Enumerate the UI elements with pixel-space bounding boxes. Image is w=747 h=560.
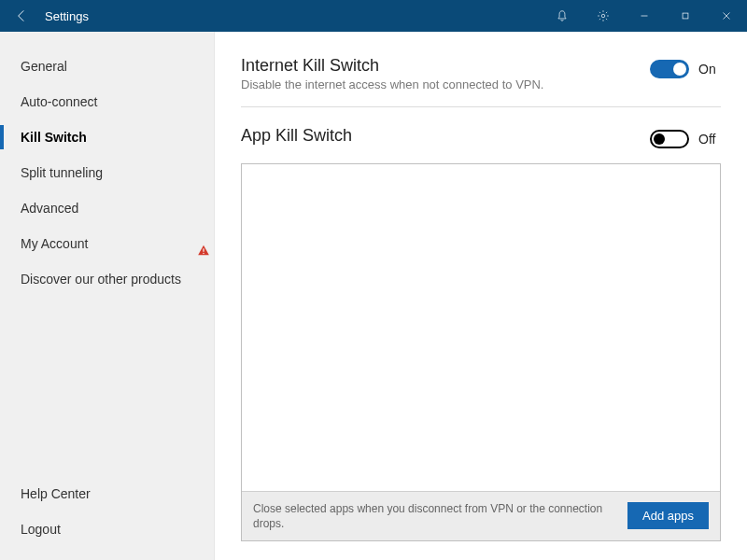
sidebar-item-help-center[interactable]: Help Center [0, 476, 214, 511]
window-title: Settings [45, 9, 89, 23]
sidebar-item-label: Discover our other products [21, 272, 181, 287]
app-list-panel: Close selected apps when you disconnect … [241, 163, 721, 541]
titlebar: Settings [0, 0, 747, 32]
svg-rect-2 [683, 13, 688, 19]
sidebar-item-label: My Account [21, 236, 88, 251]
sidebar-item-general[interactable]: General [0, 49, 214, 84]
sidebar-item-label: Kill Switch [21, 130, 87, 145]
maximize-button[interactable] [665, 0, 706, 32]
internet-kill-switch-row: Internet Kill Switch Disable the interne… [241, 56, 721, 91]
svg-rect-5 [203, 248, 204, 252]
internet-kill-switch-title: Internet Kill Switch [241, 56, 650, 76]
sidebar-item-discover-products[interactable]: Discover our other products [0, 261, 214, 297]
minimize-button[interactable] [624, 0, 665, 32]
add-apps-button[interactable]: Add apps [627, 502, 709, 529]
svg-point-0 [601, 14, 605, 18]
app-list-footer: Close selected apps when you disconnect … [242, 491, 720, 540]
sidebar-item-auto-connect[interactable]: Auto-connect [0, 84, 214, 119]
app-kill-switch-title: App Kill Switch [241, 126, 650, 146]
sidebar-item-split-tunneling[interactable]: Split tunneling [0, 155, 214, 190]
sidebar-item-my-account[interactable]: My Account [0, 226, 214, 261]
main-content: Internet Kill Switch Disable the interne… [215, 32, 747, 560]
close-button[interactable] [706, 0, 747, 32]
sidebar-item-advanced[interactable]: Advanced [0, 190, 214, 226]
notifications-button[interactable] [542, 0, 583, 32]
app-kill-switch-state: Off [698, 132, 721, 147]
sidebar-item-label: Split tunneling [21, 165, 103, 180]
sidebar-item-label: Logout [21, 522, 61, 537]
internet-kill-switch-toggle[interactable] [650, 60, 689, 78]
internet-kill-switch-state: On [698, 62, 721, 77]
internet-kill-switch-desc: Disable the internet access when not con… [241, 77, 650, 91]
sidebar-item-logout[interactable]: Logout [0, 511, 214, 547]
sidebar-item-label: Advanced [21, 201, 78, 216]
app-kill-switch-row: App Kill Switch Off [241, 126, 721, 148]
divider [241, 106, 721, 107]
app-list [242, 164, 720, 491]
sidebar-item-label: Auto-connect [21, 94, 98, 109]
sidebar-item-kill-switch[interactable]: Kill Switch [0, 119, 214, 155]
sidebar-item-label: General [21, 59, 67, 74]
back-button[interactable] [11, 6, 32, 26]
app-kill-switch-toggle[interactable] [650, 130, 689, 148]
settings-button[interactable] [583, 0, 624, 32]
sidebar-item-label: Help Center [21, 486, 91, 501]
app-list-footer-text: Close selected apps when you disconnect … [253, 501, 614, 531]
sidebar: General Auto-connect Kill Switch Split t… [0, 32, 215, 560]
svg-rect-6 [203, 253, 204, 254]
